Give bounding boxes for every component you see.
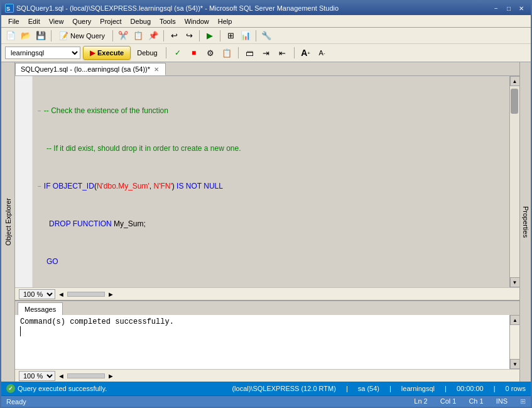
right-sidebar: Properties — [519, 62, 531, 382]
msg-scroll-up[interactable]: ▲ — [510, 315, 519, 325]
tab-close-button[interactable]: ✕ — [153, 66, 160, 73]
zoom-select[interactable]: 100 % — [19, 289, 55, 299]
results-button[interactable]: 📋 — [220, 46, 234, 60]
save-button[interactable]: 💾 — [34, 29, 48, 43]
status-separator4: | — [494, 385, 496, 392]
status-success-text: Query executed successfully. — [18, 385, 107, 392]
line-num-11 — [16, 192, 31, 203]
separator5 — [220, 30, 220, 41]
editor-zoom-bar: 100 % ◄ ► — [15, 287, 519, 300]
redo-button[interactable]: ↪ — [182, 29, 196, 43]
svg-text:S: S — [6, 6, 10, 12]
menu-edit[interactable]: Edit — [24, 15, 45, 27]
new-file-button[interactable]: 📄 — [4, 29, 18, 43]
status-user: sa (54) — [358, 385, 379, 392]
close-button[interactable]: ✕ — [516, 3, 527, 13]
line-num-4 — [16, 113, 31, 124]
undo-button[interactable]: ↩ — [167, 29, 181, 43]
execute-icon: ▶ — [90, 49, 95, 57]
menu-help[interactable]: Help — [214, 15, 237, 27]
scroll-down-button[interactable]: ▼ — [510, 277, 520, 287]
grid-button[interactable]: ⊞ — [224, 29, 237, 43]
resize-grip[interactable]: ⊞ — [520, 397, 526, 405]
line-num-2 — [16, 90, 31, 101]
editor-tab[interactable]: SQLQuery1.sql - (lo...earningsql (sa (54… — [15, 63, 166, 75]
ch-label: Ch 1 — [469, 397, 483, 405]
msg-scroll-down[interactable]: ▼ — [510, 359, 519, 369]
new-query-button[interactable]: 📝 New Query — [55, 29, 109, 43]
zoom-arrow-right[interactable]: ► — [107, 290, 114, 298]
extra1-button[interactable]: 🔧 — [259, 29, 273, 43]
separator1 — [51, 30, 52, 41]
ins-label: INS — [496, 397, 508, 405]
messages-content: Command(s) completed successfully. — [15, 315, 509, 369]
maximize-button[interactable]: □ — [503, 3, 514, 13]
cut-button[interactable]: ✂️ — [116, 29, 130, 43]
debug-button[interactable]: Debug — [133, 48, 161, 58]
tab-bar: SQLQuery1.sql - (lo...earningsql (sa (54… — [15, 62, 519, 76]
cursor-line — [20, 326, 21, 336]
messages-scrollbar[interactable]: ▲ ▼ — [509, 315, 519, 369]
status-separator3: | — [445, 385, 447, 392]
object-button[interactable]: 🗃 — [243, 46, 257, 60]
separator6 — [256, 30, 256, 41]
code-editor[interactable]: − -- Check the existence of the function… — [33, 76, 509, 287]
open-button[interactable]: 📂 — [19, 29, 33, 43]
line-num-1 — [16, 79, 31, 90]
zoom-arrow-left[interactable]: ◄ — [58, 290, 65, 298]
stop-button[interactable]: ■ — [187, 46, 201, 60]
col-label: Col 1 — [440, 397, 457, 405]
messages-text: Command(s) completed successfully. — [20, 317, 504, 326]
run-button[interactable]: ▶ — [203, 29, 217, 43]
separator9 — [294, 47, 295, 58]
line-num-19 — [16, 282, 31, 287]
execute-button[interactable]: ▶ Execute — [83, 46, 131, 60]
ready-label: Ready — [6, 398, 26, 405]
menu-query[interactable]: Query — [68, 15, 95, 27]
menu-tools[interactable]: Tools — [155, 15, 180, 27]
messages-zoom-bar: 100 % ◄ ► — [15, 369, 519, 382]
menu-view[interactable]: View — [45, 15, 68, 27]
line-num-10 — [16, 180, 31, 192]
app-icon: S — [5, 4, 14, 13]
code-line-1: − -- Check the existence of the function — [38, 105, 504, 116]
collapse-1[interactable]: − — [38, 108, 41, 114]
check-button[interactable]: ✓ — [171, 46, 185, 60]
parse-button[interactable]: ⚙ — [204, 46, 217, 60]
scroll-up-button[interactable]: ▲ — [510, 76, 520, 86]
messages-tab-bar: Messages — [15, 301, 519, 315]
indent-button[interactable]: ⇥ — [259, 46, 273, 60]
minimize-button[interactable]: − — [491, 3, 502, 13]
separator8 — [238, 47, 239, 58]
line-num-5 — [16, 124, 31, 135]
menu-debug[interactable]: Debug — [126, 15, 155, 27]
separator2 — [112, 30, 113, 41]
status-server: (local)\SQLEXPRESS (12.0 RTM) — [232, 385, 335, 392]
msg-zoom-arrow-right[interactable]: ► — [107, 372, 114, 380]
copy-button[interactable]: 📋 — [131, 29, 145, 43]
tab-label: SQLQuery1.sql - (lo...earningsql (sa (54… — [21, 65, 150, 73]
menu-window[interactable]: Window — [180, 15, 214, 27]
code-line-3: − IF OBJECT_ID ( N'dbo.My_Sum' , N'FN' )… — [38, 180, 504, 192]
status-separator1: | — [346, 385, 348, 392]
toolbar-row1: 📄 📂 💾 📝 New Query ✂️ 📋 📌 ↩ ↪ ▶ ⊞ 📊 🔧 — [1, 28, 531, 44]
status-bar: ✓ Query executed successfully. (local)\S… — [1, 382, 531, 395]
font-smaller-button[interactable]: A- — [315, 46, 329, 60]
database-dropdown[interactable]: learningsql — [5, 47, 80, 59]
paste-button[interactable]: 📌 — [146, 29, 160, 43]
font-larger-button[interactable]: A+ — [299, 46, 313, 60]
messages-zoom-select[interactable]: 100 % — [19, 371, 55, 381]
msg-zoom-arrow-left[interactable]: ◄ — [58, 372, 65, 380]
scroll-thumb[interactable] — [511, 89, 518, 114]
outdent-button[interactable]: ⇤ — [276, 46, 290, 60]
menu-project[interactable]: Project — [95, 15, 126, 27]
line-label: Ln 2 — [414, 397, 427, 405]
editor-scrollbar[interactable]: ▲ ▼ — [509, 76, 519, 287]
line-num-14 — [16, 226, 31, 237]
chart-button[interactable]: 📊 — [239, 29, 252, 43]
collapse-3: − — [38, 183, 41, 190]
line-num-3 — [16, 101, 31, 113]
line-num-15 — [16, 237, 31, 248]
messages-tab[interactable]: Messages — [18, 302, 63, 315]
menu-file[interactable]: File — [4, 15, 24, 27]
